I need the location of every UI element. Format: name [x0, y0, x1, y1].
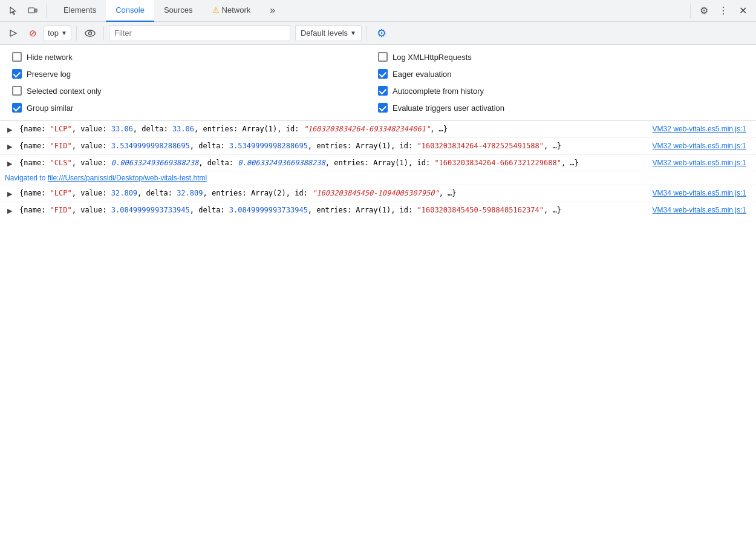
nav-link[interactable]: file:///Users/panissidi/Desktop/web-vita… [48, 174, 207, 182]
default-levels-label: Default levels [301, 28, 348, 38]
tab-network-label: Network [222, 5, 251, 15]
more-options-icon[interactable]: ⋮ [715, 2, 732, 19]
log-entry: ▶VM34 web-vitals.es5.min.js:1{name: "FID… [0, 202, 756, 218]
log-text: {name: "CLS", value: 0.00633249366938823… [19, 159, 700, 167]
settings-panel: Hide networkPreserve logSelected context… [0, 45, 756, 120]
svg-point-4 [88, 31, 91, 34]
filter-input[interactable] [112, 28, 287, 38]
expand-arrow-icon[interactable]: ▶ [7, 159, 12, 169]
tab-sources-label: Sources [164, 5, 193, 15]
toolbar-sep-3 [367, 26, 367, 41]
tab-sources[interactable]: Sources [154, 0, 203, 22]
tab-elements[interactable]: Elements [54, 0, 106, 22]
tab-elements-label: Elements [64, 5, 96, 15]
tab-console-label: Console [116, 5, 145, 15]
context-arrow-icon: ▼ [61, 30, 67, 36]
checkbox-label-group-similar: Group similar [27, 104, 73, 113]
checkbox-label-eval-triggers: Evaluate triggers user activation [393, 104, 504, 113]
devtools-icons [5, 2, 49, 19]
tab-more[interactable]: » [260, 0, 285, 22]
checkbox-label-selected-context: Selected context only [27, 87, 102, 96]
checkbox-row-autocomplete-history[interactable]: Autocomplete from history [378, 86, 744, 96]
checkbox-label-log-xml: Log XMLHttpRequests [393, 53, 472, 62]
log-text: {name: "LCP", value: 33.06, delta: 33.06… [19, 125, 569, 133]
svg-rect-1 [35, 9, 37, 12]
checkbox-hide-network[interactable] [12, 52, 22, 62]
checkbox-row-eager-eval[interactable]: Eager evaluation [378, 69, 744, 79]
checkbox-row-group-similar[interactable]: Group similar [12, 103, 378, 113]
checkbox-label-eager-eval: Eager evaluation [393, 70, 452, 79]
clear-console-icon[interactable]: ⊘ [24, 25, 41, 42]
tab-console[interactable]: Console [106, 0, 154, 22]
checkbox-eval-triggers[interactable] [378, 103, 388, 113]
console-settings-icon[interactable]: ⚙ [377, 27, 386, 40]
checkbox-row-selected-context[interactable]: Selected context only [12, 86, 378, 96]
more-tabs-label: » [270, 5, 275, 16]
svg-point-3 [85, 30, 95, 36]
expand-arrow-icon[interactable]: ▶ [7, 125, 12, 135]
log-entry: ▶VM34 web-vitals.es5.min.js:1{name: "LCP… [0, 185, 756, 202]
device-icon[interactable] [24, 2, 41, 19]
default-levels-dropdown[interactable]: Default levels ▼ [295, 25, 362, 41]
checkbox-label-hide-network: Hide network [27, 53, 73, 62]
context-label: top [48, 28, 59, 38]
tab-divider-2 [690, 4, 691, 18]
checkbox-row-log-xml[interactable]: Log XMLHttpRequests [378, 52, 744, 62]
filter-box[interactable] [109, 25, 290, 41]
checkbox-group-similar[interactable] [12, 103, 22, 113]
live-expression-icon[interactable] [82, 25, 99, 42]
checkbox-label-autocomplete-history: Autocomplete from history [393, 87, 484, 96]
log-text: {name: "FID", value: 3.5349999998288695,… [19, 142, 682, 150]
source-link[interactable]: VM32 web-vitals.es5.min.js:1 [653, 157, 746, 168]
tab-bar: Elements Console Sources ⚠ Network » ⚙ ⋮… [0, 0, 756, 22]
toolbar-sep-1 [76, 26, 77, 41]
checkbox-row-hide-network[interactable]: Hide network [12, 52, 378, 62]
checkbox-log-xml[interactable] [378, 52, 388, 62]
log-text: {name: "FID", value: 3.0849999993733945,… [19, 206, 682, 214]
cursor-icon[interactable] [5, 2, 22, 19]
checkbox-row-eval-triggers[interactable]: Evaluate triggers user activation [378, 103, 744, 113]
expand-arrow-icon[interactable]: ▶ [7, 189, 12, 199]
checkbox-eager-eval[interactable] [378, 69, 388, 79]
checkbox-label-preserve-log: Preserve log [27, 70, 71, 79]
console-area: ▶VM32 web-vitals.es5.min.js:1{name: "LCP… [0, 120, 756, 218]
source-link[interactable]: VM34 web-vitals.es5.min.js:1 [653, 188, 746, 199]
source-link[interactable]: VM32 web-vitals.es5.min.js:1 [653, 123, 746, 134]
context-selector[interactable]: top ▼ [44, 25, 71, 41]
toolbar-sep-2 [103, 26, 104, 41]
log-entry: ▶VM32 web-vitals.es5.min.js:1{name: "LCP… [0, 120, 756, 137]
tab-network[interactable]: ⚠ Network [203, 0, 261, 22]
svg-rect-0 [28, 8, 34, 13]
close-icon[interactable]: ✕ [734, 2, 751, 19]
tab-divider-1 [46, 4, 47, 18]
network-warning-icon: ⚠ [212, 5, 220, 15]
expand-arrow-icon[interactable]: ▶ [7, 206, 12, 216]
source-link[interactable]: VM34 web-vitals.es5.min.js:1 [653, 205, 746, 215]
log-text: {name: "LCP", value: 32.809, delta: 32.8… [19, 189, 578, 197]
log-entry: ▶VM32 web-vitals.es5.min.js:1{name: "FID… [0, 137, 756, 154]
svg-marker-2 [10, 30, 16, 36]
source-link[interactable]: VM32 web-vitals.es5.min.js:1 [653, 140, 746, 151]
checkbox-autocomplete-history[interactable] [378, 86, 388, 96]
toolbar: ⊘ top ▼ Default levels ▼ ⚙ [0, 22, 756, 45]
checkbox-selected-context[interactable] [12, 86, 22, 96]
settings-col-left: Hide networkPreserve logSelected context… [12, 52, 378, 113]
checkbox-row-preserve-log[interactable]: Preserve log [12, 69, 378, 79]
settings-col-right: Log XMLHttpRequestsEager evaluationAutoc… [378, 52, 744, 113]
log-entry: ▶VM32 web-vitals.es5.min.js:1{name: "CLS… [0, 154, 756, 171]
settings-icon[interactable]: ⚙ [696, 2, 712, 19]
checkbox-preserve-log[interactable] [12, 69, 22, 79]
expand-arrow-icon[interactable]: ▶ [7, 142, 12, 152]
default-levels-arrow: ▼ [350, 30, 356, 36]
tab-bar-right-icons: ⚙ ⋮ ✕ [688, 2, 751, 19]
nav-message: Navigated to file:///Users/panissidi/Des… [0, 171, 756, 185]
run-script-icon[interactable] [5, 25, 22, 42]
